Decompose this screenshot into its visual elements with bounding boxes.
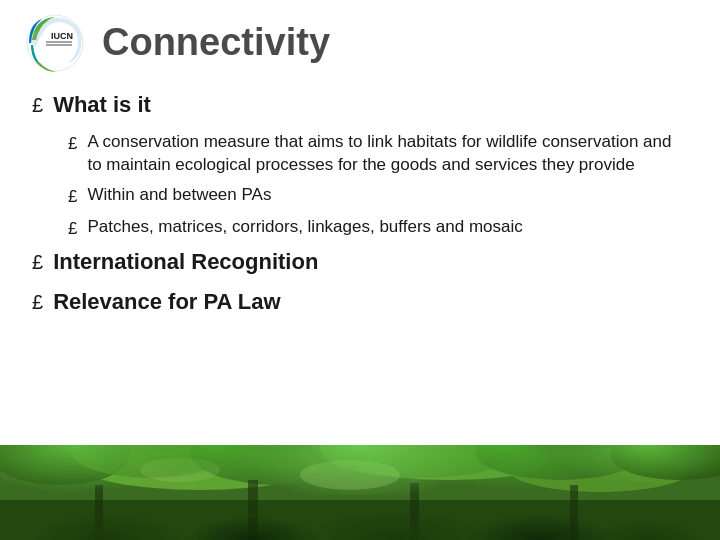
int-recognition-label: International Recognition [53,247,318,277]
sub-bullet-1: £ A conservation measure that aims to li… [68,130,688,178]
svg-point-6 [80,445,320,490]
svg-point-7 [350,445,550,480]
slide-header: IUCN Connectivity [24,12,688,74]
bullet-icon-2: £ [32,248,43,276]
sub-bullet-2: £ Within and between PAs [68,183,688,209]
svg-point-10 [70,445,230,478]
slide-content: IUCN Connectivity £ What is it £ A conse… [0,0,720,445]
sub-bullet-icon-1: £ [68,132,77,156]
sub-bullet-3: £ Patches, matrices, corridors, linkages… [68,215,688,241]
pa-law-label: Relevance for PA Law [53,287,280,317]
svg-rect-5 [0,445,720,540]
svg-rect-17 [248,480,258,540]
iucn-logo: IUCN [24,12,86,74]
svg-rect-16 [95,485,103,540]
what-is-it-label: What is it [53,90,151,120]
bottom-forest-image [0,445,720,540]
sub-bullet-icon-2: £ [68,185,77,209]
svg-rect-15 [0,500,720,540]
sub-bullet-icon-3: £ [68,217,77,241]
main-bullet-what-is-it: £ What is it [32,90,688,120]
forest-svg [0,445,720,540]
bullet-icon-1: £ [32,91,43,119]
sub-bullet-text-1: A conservation measure that aims to link… [87,130,688,178]
svg-point-9 [0,445,130,485]
svg-text:IUCN: IUCN [51,31,73,41]
sub-bullet-text-3: Patches, matrices, corridors, linkages, … [87,215,522,239]
main-bullet-int-recognition: £ International Recognition [32,247,688,277]
svg-point-14 [610,445,720,480]
svg-point-8 [510,448,690,492]
bullet-icon-3: £ [32,288,43,316]
forest-background [0,445,720,540]
slide-title: Connectivity [102,22,330,64]
sub-bullets-what-is-it: £ A conservation measure that aims to li… [68,130,688,241]
svg-point-11 [190,445,370,485]
svg-point-20 [300,460,400,490]
svg-point-12 [320,445,520,478]
bullet-section: £ What is it £ A conservation measure th… [32,90,688,326]
svg-rect-19 [570,485,578,540]
sub-bullet-text-2: Within and between PAs [87,183,271,207]
svg-point-13 [475,445,645,480]
main-bullet-pa-law: £ Relevance for PA Law [32,287,688,317]
svg-point-21 [140,458,220,482]
svg-rect-18 [410,483,419,540]
